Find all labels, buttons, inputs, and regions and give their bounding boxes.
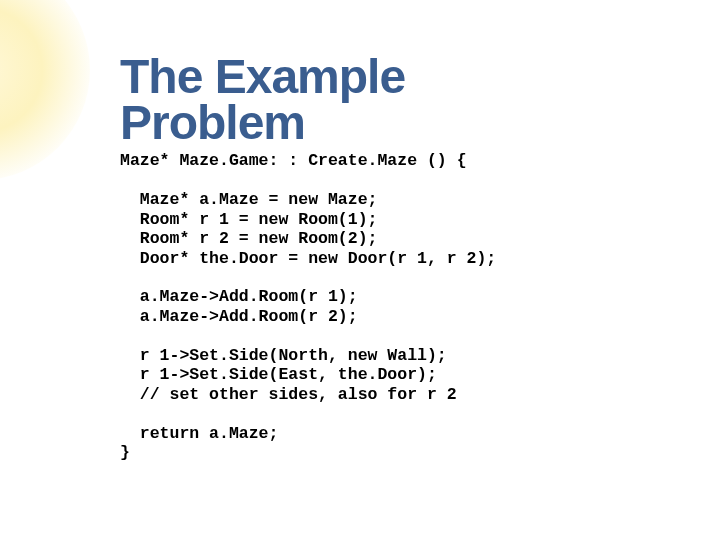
code-line: Room* r 1 = new Room(1);	[120, 210, 377, 229]
code-line: Room* r 2 = new Room(2);	[120, 229, 377, 248]
code-line: return a.Maze;	[120, 424, 278, 443]
code-line: Maze* Maze.Game: : Create.Maze () {	[120, 151, 467, 170]
title-line-2: Problem	[120, 96, 305, 149]
background-glow	[0, 0, 90, 180]
slide-title: The Example Problem	[120, 54, 680, 145]
code-line: Door* the.Door = new Door(r 1, r 2);	[120, 249, 496, 268]
slide-content: The Example Problem Maze* Maze.Game: : C…	[120, 54, 680, 463]
code-line: // set other sides, also for r 2	[120, 385, 457, 404]
code-line: r 1->Set.Side(East, the.Door);	[120, 365, 437, 384]
code-line: }	[120, 443, 130, 462]
code-line: Maze* a.Maze = new Maze;	[120, 190, 377, 209]
code-line: a.Maze->Add.Room(r 1);	[120, 287, 358, 306]
code-line: a.Maze->Add.Room(r 2);	[120, 307, 358, 326]
code-line: r 1->Set.Side(North, new Wall);	[120, 346, 447, 365]
code-block: Maze* Maze.Game: : Create.Maze () { Maze…	[120, 151, 680, 463]
